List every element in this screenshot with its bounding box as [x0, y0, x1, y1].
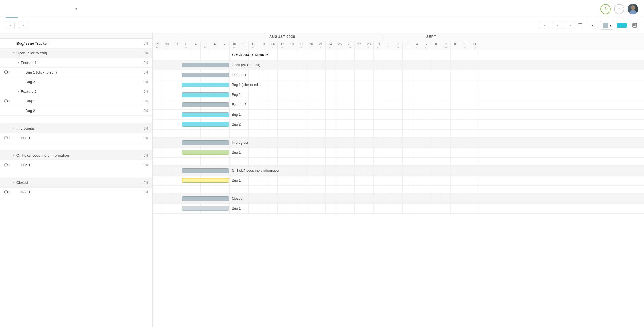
gantt-cell: [403, 148, 412, 157]
view-button[interactable]: ▾: [18, 22, 28, 29]
gantt-cell: [355, 110, 364, 119]
gantt-cell: [431, 100, 441, 109]
gantt-row-bug1b: Bug 1: [153, 110, 644, 120]
left-row-empty2[interactable]: [0, 143, 152, 151]
gantt-cell: [172, 194, 181, 203]
row-comment-bug1e[interactable]: 💬1: [4, 190, 12, 194]
gantt-cell: [278, 50, 287, 60]
menu-button[interactable]: ▾: [5, 22, 15, 29]
row-comment-bug1d[interactable]: 💬1: [4, 163, 12, 167]
left-row-open[interactable]: ▼Open (click to edit)0%: [0, 48, 152, 58]
left-row-bug1e[interactable]: 💬1Bug 10%: [0, 188, 152, 197]
gantt-cell: [422, 100, 431, 109]
color-swatch-selector[interactable]: ▾: [600, 21, 614, 30]
row-label-onhold: On hold/needs more information: [16, 153, 131, 158]
help-icon-button[interactable]: ?: [614, 4, 624, 14]
gantt-cell: [422, 158, 431, 165]
left-row-empty1[interactable]: [0, 116, 152, 124]
left-row-inprogress[interactable]: ▼In progress0%: [0, 124, 152, 133]
row-comment-bug1a[interactable]: 💬1: [4, 70, 12, 74]
gantt-cell: [326, 130, 335, 137]
gantt-day-8: 10M: [230, 41, 239, 50]
tab-discussions[interactable]: [43, 0, 55, 18]
gantt-label-main: BUG/ISSUE TRACKER: [232, 53, 268, 57]
gantt-cell: [220, 158, 230, 165]
tab-gantt[interactable]: [6, 0, 18, 18]
gantt-cell: [403, 158, 412, 165]
row-toggle-feat2[interactable]: ▼: [17, 90, 20, 93]
left-row-bug2a[interactable]: Bug 20%: [0, 77, 152, 87]
gantt-cell: [383, 148, 393, 157]
gantt-cell: [355, 70, 364, 80]
gantt-cell: [345, 50, 355, 60]
row-comment-bug1b[interactable]: 💬1: [4, 99, 12, 103]
gantt-cell: [403, 110, 412, 119]
left-row-closed[interactable]: ▼Closed0%: [0, 178, 152, 188]
tab-more[interactable]: ▾: [68, 0, 83, 18]
everyone-filter-button[interactable]: ▾: [539, 22, 549, 29]
gantt-cell: [210, 130, 220, 137]
left-row-bug2b[interactable]: Bug 20%: [0, 106, 152, 116]
row-toggle-inprogress[interactable]: ▼: [12, 127, 15, 130]
gantt-day-28: 7M: [422, 41, 431, 50]
gantt-cell: [268, 70, 278, 80]
gantt-cell: [316, 50, 326, 60]
clock-icon-button[interactable]: ⏱: [600, 4, 611, 14]
row-toggle-onhold[interactable]: ▼: [12, 154, 15, 157]
gantt-cell: [239, 186, 249, 193]
tab-people[interactable]: [55, 0, 68, 18]
left-row-onhold[interactable]: ▼On hold/needs more information0%: [0, 151, 152, 160]
gantt-cell: [374, 50, 383, 60]
gantt-bar-inprogress: [182, 140, 229, 145]
gantt-cell: [451, 158, 460, 165]
hide-completed-toggle[interactable]: [578, 23, 584, 27]
left-row-empty3[interactable]: [0, 170, 152, 178]
tab-calendar[interactable]: [31, 0, 43, 18]
gantt-cell: [162, 166, 172, 175]
gantt-day-32: 11F: [460, 41, 470, 50]
all-dates-filter-button[interactable]: ▾: [552, 22, 562, 29]
gantt-cell: [374, 194, 383, 203]
all-colors-filter-button[interactable]: ▾: [565, 22, 575, 29]
left-row-bug1b[interactable]: 💬1Bug 10%: [0, 96, 152, 106]
gantt-cell: [278, 148, 287, 157]
gantt-cell: [316, 90, 326, 100]
gantt-cell: [172, 60, 181, 70]
left-row-feat2[interactable]: ▼Feature 20%: [0, 87, 152, 96]
row-toggle-closed[interactable]: ▼: [12, 181, 15, 184]
gantt-cell: [258, 110, 268, 119]
gantt-cell: [470, 100, 479, 109]
invite-people-button[interactable]: [617, 23, 627, 28]
gantt-cell: [258, 90, 268, 100]
row-progress-bug1d: 0%: [131, 163, 148, 167]
gantt-cell: [355, 60, 364, 70]
gantt-cell: [374, 80, 383, 90]
export-button[interactable]: [630, 21, 639, 30]
gantt-cell: [460, 158, 470, 165]
gantt-cell: [306, 204, 316, 213]
zoom-button[interactable]: ▾: [587, 21, 597, 29]
left-row-bug1c[interactable]: 💬1Bug 10%: [0, 133, 152, 143]
gantt-cell: [249, 110, 258, 119]
row-toggle-open[interactable]: ▼: [12, 51, 15, 55]
gantt-day-11: 13T: [258, 41, 268, 50]
left-row-bug1d[interactable]: 💬1Bug 10%: [0, 160, 152, 170]
gantt-cell: [287, 60, 297, 70]
left-row-main[interactable]: Bug/Issue Tracker0%: [0, 39, 152, 48]
gantt-cell: [297, 186, 306, 193]
gantt-cell: [460, 148, 470, 157]
avatar[interactable]: [628, 4, 638, 14]
tab-list[interactable]: [18, 0, 31, 18]
gantt-cell: [297, 70, 306, 80]
hide-completed-checkbox[interactable]: [578, 23, 582, 27]
gantt-cell: [412, 158, 422, 165]
gantt-cell: [335, 166, 345, 175]
left-row-bug1a[interactable]: 💬1Bug 1 (click to edit)0%: [0, 68, 152, 77]
row-comment-bug1c[interactable]: 💬1: [4, 136, 12, 140]
row-toggle-feat1[interactable]: ▼: [17, 61, 20, 64]
gantt-cell: [316, 148, 326, 157]
gantt-cell: [441, 138, 451, 147]
gantt-cell: [441, 148, 451, 157]
gantt-cell: [258, 194, 268, 203]
left-row-feat1[interactable]: ▼Feature 10%: [0, 58, 152, 68]
